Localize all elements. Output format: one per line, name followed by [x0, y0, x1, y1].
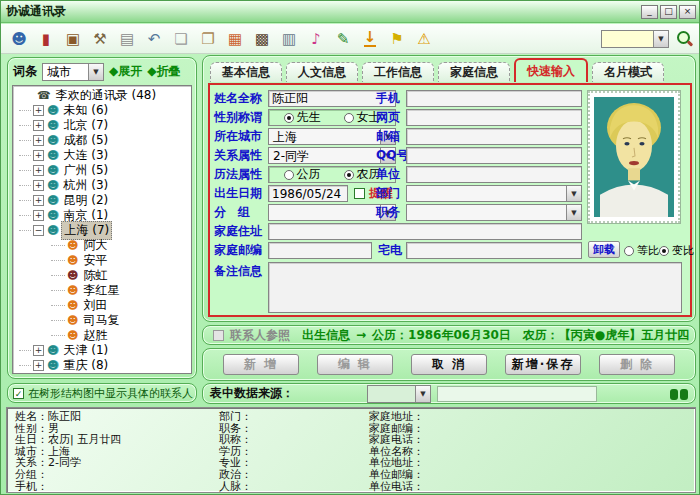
- paste-icon[interactable]: ❐: [198, 28, 218, 50]
- printer-icon[interactable]: ▤: [117, 28, 137, 50]
- cancel-button[interactable]: 取 消: [411, 354, 487, 375]
- tab-quick-input[interactable]: 快速输入: [514, 58, 588, 82]
- tree-contact-item[interactable]: ☻安平: [15, 253, 191, 268]
- tree-group-item[interactable]: +☻大连 (3): [15, 148, 191, 163]
- home-addr-field[interactable]: [268, 223, 582, 240]
- qq-field[interactable]: [406, 147, 582, 164]
- gender-female-radio[interactable]: 女士: [344, 109, 381, 126]
- binoculars-icon[interactable]: [670, 388, 688, 400]
- save-button[interactable]: 新增·保存: [505, 354, 581, 375]
- tab-personal-info[interactable]: 人文信息: [286, 62, 358, 82]
- company-field[interactable]: [406, 166, 582, 183]
- tree-group-item[interactable]: −☻上海 (7): [15, 223, 191, 238]
- archive-jar-icon[interactable]: ▣: [63, 28, 83, 50]
- tree-contact-item[interactable]: ☻刘田: [15, 298, 191, 313]
- chevron-down-icon[interactable]: ▼: [566, 186, 581, 201]
- tree-expand-toggle[interactable]: +: [33, 360, 44, 371]
- tab-family-info[interactable]: 家庭信息: [438, 62, 510, 82]
- contact-ref-checkbox[interactable]: [213, 330, 224, 341]
- tree-expand-toggle[interactable]: +: [33, 150, 44, 161]
- minimize-button[interactable]: _: [641, 5, 658, 19]
- tree-group-item[interactable]: +☻未知 (6): [15, 103, 191, 118]
- email-field[interactable]: [406, 128, 582, 145]
- tree-expand-toggle[interactable]: +: [33, 165, 44, 176]
- email-label: 邮箱: [376, 128, 400, 145]
- tree-expand-toggle[interactable]: −: [33, 225, 44, 236]
- warning-icon-glyph: ⚠: [417, 29, 430, 49]
- tree-contact-item[interactable]: ☻赵胜: [15, 328, 191, 343]
- tree-group-item[interactable]: +☻杭州 (3): [15, 178, 191, 193]
- chevron-down-icon[interactable]: ▼: [653, 31, 668, 47]
- term-combo[interactable]: 城市 ▼: [42, 63, 104, 81]
- tree-connector-line: [19, 185, 31, 186]
- chevron-down-icon[interactable]: ▼: [88, 64, 103, 80]
- copy-icon[interactable]: ❏: [171, 28, 191, 50]
- show-contacts-checkbox[interactable]: ✓: [13, 388, 24, 399]
- ratio-equal-radio[interactable]: 等比: [624, 243, 659, 258]
- undo-icon[interactable]: ↶: [144, 28, 164, 50]
- home-zip-field[interactable]: [268, 242, 372, 259]
- contact-photo[interactable]: [588, 91, 680, 223]
- datasource-combo[interactable]: ▼: [367, 385, 431, 403]
- tree-group-item[interactable]: +☻昆明 (2): [15, 193, 191, 208]
- ratio-vary-radio[interactable]: 变比: [659, 243, 694, 258]
- calendar-solar-radio[interactable]: 公历: [284, 166, 321, 183]
- job-combo[interactable]: ▼: [406, 204, 582, 221]
- chevron-down-icon[interactable]: ▼: [415, 386, 430, 402]
- calculator-icon[interactable]: ▥: [279, 28, 299, 50]
- maximize-button[interactable]: □: [660, 5, 677, 19]
- quick-search-combo[interactable]: ▼: [601, 30, 669, 48]
- tree-expand-toggle[interactable]: +: [33, 195, 44, 206]
- unload-photo-button[interactable]: 卸载: [588, 241, 620, 258]
- search-icon[interactable]: [676, 30, 693, 47]
- tree-group-item[interactable]: +☻广州 (5): [15, 163, 191, 178]
- sticky-note-icon[interactable]: ⚑: [387, 28, 407, 50]
- contact-tree[interactable]: ☎李欢的通讯录 (48)+☻未知 (6)+☻北京 (7)+☻成都 (5)+☻大连…: [12, 85, 192, 374]
- tree-expand-toggle[interactable]: +: [33, 105, 44, 116]
- tree-expand-toggle[interactable]: +: [33, 135, 44, 146]
- home-phone-field[interactable]: [406, 242, 582, 259]
- tree-contact-item[interactable]: ☻李红星: [15, 283, 191, 298]
- datasource-field[interactable]: [437, 386, 597, 402]
- notes-field[interactable]: [268, 262, 682, 313]
- collapse-all-link[interactable]: ◆折叠: [147, 63, 180, 80]
- tree-contact-item[interactable]: ☻陈虹: [15, 268, 191, 283]
- chevron-down-icon[interactable]: ▼: [566, 205, 581, 220]
- warning-icon[interactable]: ⚠: [414, 28, 434, 50]
- tree-group-item[interactable]: +☻重庆 (8): [15, 358, 191, 373]
- new-button[interactable]: 新 增: [223, 354, 299, 375]
- tools-icon[interactable]: ⚒: [90, 28, 110, 50]
- tree-contact-item[interactable]: ☻阿大: [15, 238, 191, 253]
- download-icon[interactable]: ↓: [360, 28, 380, 50]
- tab-work-info[interactable]: 工作信息: [362, 62, 434, 82]
- dept-combo[interactable]: ▼: [406, 185, 582, 202]
- music-note-icon[interactable]: ♪: [306, 28, 326, 50]
- tree-group-item[interactable]: +☻成都 (5): [15, 133, 191, 148]
- tree-contact-item[interactable]: ☻司马复: [15, 313, 191, 328]
- tree-group-item[interactable]: +☻天津 (1): [15, 343, 191, 358]
- calendar-lunar-radio[interactable]: 农历: [344, 166, 381, 183]
- tree-group-item[interactable]: +☻北京 (7): [15, 118, 191, 133]
- delete-button[interactable]: 删 除: [599, 354, 675, 375]
- expand-all-link[interactable]: ◆展开: [109, 63, 142, 80]
- tree-expand-toggle[interactable]: +: [33, 345, 44, 356]
- gender-male-radio[interactable]: 先生: [284, 109, 321, 126]
- tab-card-mode[interactable]: 名片模式: [592, 62, 664, 82]
- birth-field[interactable]: [268, 185, 348, 202]
- tree-expand-toggle[interactable]: +: [33, 210, 44, 221]
- web-field[interactable]: [406, 109, 582, 126]
- remind-checkbox[interactable]: [354, 188, 365, 199]
- tree-expand-toggle[interactable]: +: [33, 120, 44, 131]
- close-button[interactable]: ×: [679, 5, 696, 19]
- address-book-icon[interactable]: ▮: [36, 28, 56, 50]
- tree-expand-toggle[interactable]: +: [33, 180, 44, 191]
- edit-button[interactable]: 编 辑: [317, 354, 393, 375]
- pen-icon[interactable]: ✎: [333, 28, 353, 50]
- tree-root-item[interactable]: ☎李欢的通讯录 (48): [15, 88, 191, 103]
- mosaic-icon[interactable]: ▩: [252, 28, 272, 50]
- mobile-field[interactable]: [406, 90, 582, 107]
- calendar-icon[interactable]: ▦: [225, 28, 245, 50]
- contacts-icon[interactable]: ☻: [9, 28, 29, 50]
- ratio-equal-label: 等比: [637, 243, 659, 258]
- tab-basic-info[interactable]: 基本信息: [210, 62, 282, 82]
